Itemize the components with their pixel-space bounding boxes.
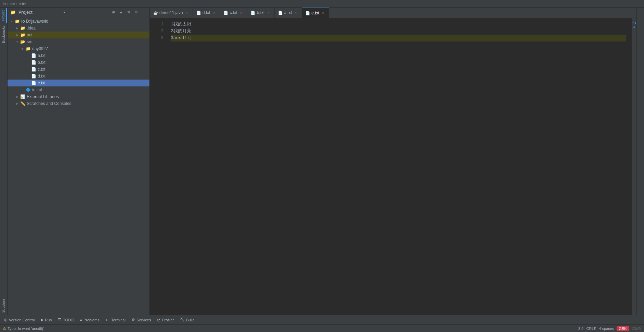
tree-item-atxt[interactable]: 📄 a.txt	[8, 52, 149, 59]
spaces-indicator[interactable]: 4 spaces	[599, 327, 614, 331]
tree-item-ctxt[interactable]: 📄 c.txt	[8, 66, 149, 73]
sidebar-item-bookmarks[interactable]: Bookmarks	[1, 24, 7, 45]
tab-close-etxt[interactable]: ×	[320, 11, 325, 15]
typo-icon: ⚠	[3, 326, 6, 331]
tree-label-day0927: day0927	[32, 46, 48, 51]
breadcrumb-file[interactable]: e.txt	[19, 2, 26, 6]
file-icon-dtxt: 📄	[31, 73, 36, 79]
right-sidebar	[636, 8, 644, 315]
tree-item-ext-libs[interactable]: ▶ 📊 External Libraries	[8, 93, 149, 100]
tab-btxt[interactable]: 📄 b.txt ×	[247, 8, 275, 18]
tree-item-out[interactable]: ▶ 📁 out	[8, 32, 149, 38]
services-label: Services	[136, 318, 151, 322]
folder-icon-src: 📂	[20, 39, 25, 45]
tree-arrow-scratches: ▶	[14, 101, 20, 106]
folder-icon-io: 📁	[14, 19, 20, 24]
sidebar-item-project[interactable]: Project	[0, 8, 7, 23]
tree-item-day0927[interactable]: ▶ 📁 day0927	[8, 45, 149, 52]
tab-close-atxt[interactable]: ×	[293, 10, 298, 15]
tree-item-ioiml[interactable]: 🔷 io.iml	[8, 86, 149, 93]
collapse-all-button[interactable]: ≡	[118, 9, 124, 15]
tree-arrow-atxt	[25, 53, 31, 58]
java-file-icon: ☕	[153, 11, 158, 15]
code-content-3: 3aosdfij	[171, 35, 192, 42]
close-panel-button[interactable]: —	[141, 9, 147, 15]
tab-close-dtxt[interactable]: ×	[211, 10, 216, 15]
status-bar: ⚠ Typo: In word 'aosdfij' 3:9 CRLF 4 spa…	[0, 324, 644, 332]
file-icon-btxt: 📄	[31, 60, 36, 65]
tree-arrow-ext-libs: ▶	[14, 94, 20, 99]
tree-arrow-idea: ▶	[14, 25, 20, 31]
tree-arrow-day0927: ▶	[20, 46, 25, 51]
profiler-label: Profiler	[162, 318, 174, 322]
build-icon: 🔨	[180, 318, 185, 322]
run-button[interactable]: ▶ Run	[38, 317, 54, 323]
tab-label-demo11java: demo11.java	[159, 10, 183, 15]
code-editor[interactable]: 1我的太阳 2我的月亮 3aosdfij	[165, 18, 632, 315]
version-control-label: Version Control	[9, 318, 35, 322]
tab-close-ctxt[interactable]: ×	[239, 10, 243, 15]
tree-label-src: src	[27, 39, 32, 44]
cursor-position[interactable]: 3:9	[578, 327, 583, 331]
tree-item-btxt[interactable]: 📄 b.txt	[8, 59, 149, 66]
txt-file-icon-e: 📄	[305, 11, 310, 15]
version-control-button[interactable]: ◎ Version Control	[1, 317, 37, 323]
todo-button[interactable]: ☰ TODO	[55, 317, 76, 323]
folder-icon-idea: 📁	[20, 25, 25, 31]
tree-item-src[interactable]: ▾ 📂 src	[8, 38, 149, 45]
project-dropdown-icon[interactable]: ▾	[63, 10, 65, 14]
code-line-1: 1我的太阳	[171, 21, 626, 28]
project-title: Project	[19, 10, 61, 15]
tab-demo11java[interactable]: ☕ demo11.java ×	[150, 8, 193, 18]
terminal-button[interactable]: >_ Terminal	[103, 317, 128, 323]
tree-item-io[interactable]: ▾ 📁 io D:\javaws\io	[8, 18, 149, 25]
tab-dtxt[interactable]: 📄 d.txt ×	[193, 8, 220, 18]
file-tree: ▾ 📁 io D:\javaws\io ▶ 📁 .idea ▶ 📁 out ▾ …	[8, 17, 149, 315]
tree-arrow-io: ▾	[9, 19, 14, 24]
settings-button[interactable]: ⚙	[133, 9, 139, 15]
breadcrumb-io[interactable]: io	[3, 2, 6, 6]
tab-close-btxt[interactable]: ×	[266, 10, 271, 15]
gutter-uparrow: ∧	[633, 25, 635, 28]
sidebar-item-structure[interactable]: Structure	[1, 297, 7, 315]
build-button[interactable]: 🔨 Build	[177, 317, 197, 323]
expand-all-button[interactable]: ⇅	[125, 9, 132, 15]
tab-close-demo11java[interactable]: ×	[184, 10, 189, 15]
line-num-3: 3	[151, 35, 163, 42]
editor-area: ☕ demo11.java × 📄 d.txt × 📄 c.txt × 📄 b.…	[150, 8, 636, 315]
tab-ctxt[interactable]: 📄 c.txt ×	[220, 8, 247, 18]
encoding-badge[interactable]: GBK	[617, 326, 629, 331]
tree-label-btxt: b.txt	[38, 60, 46, 65]
tree-item-etxt[interactable]: 📄 e.txt	[8, 80, 149, 86]
terminal-icon: >_	[106, 318, 110, 322]
tree-item-scratches[interactable]: ▶ ✏️ Scratches and Consoles	[8, 100, 149, 107]
problems-button[interactable]: ● Problems	[77, 317, 102, 323]
locate-in-tree-button[interactable]: ⊕	[110, 9, 117, 15]
tab-etxt[interactable]: 📄 e.txt ×	[302, 8, 329, 18]
tree-label-scratches: Scratches and Consoles	[27, 101, 71, 106]
tree-label-idea: .idea	[27, 26, 36, 31]
tree-label-etxt: e.txt	[38, 81, 46, 85]
profiler-button[interactable]: ◔ Profiler	[154, 317, 177, 323]
tree-arrow-etxt	[25, 80, 31, 86]
ext-lib-icon: 📊	[20, 94, 25, 99]
txt-file-icon-c: 📄	[223, 11, 228, 15]
tree-label-ioiml: io.iml	[32, 87, 42, 92]
tree-arrow-out: ▶	[14, 32, 20, 38]
gutter-checkmark: ✓1	[632, 21, 636, 24]
project-panel-header: 📁 Project ▾ ⊕ ≡ ⇅ ⚙ —	[8, 8, 149, 17]
run-icon: ▶	[41, 318, 44, 322]
tree-item-idea[interactable]: ▶ 📁 .idea	[8, 25, 149, 32]
todo-label: TODO	[63, 318, 74, 322]
tree-item-dtxt[interactable]: 📄 d.txt	[8, 73, 149, 80]
breadcrumb-src[interactable]: src	[10, 2, 15, 6]
project-folder-icon: 📁	[10, 10, 16, 15]
folder-icon-out: 📁	[20, 32, 25, 38]
tab-atxt[interactable]: 📄 a.txt ×	[275, 8, 302, 18]
line-num-1: 1	[151, 21, 163, 28]
tree-arrow-src: ▾	[14, 39, 20, 45]
tree-label-ext-libs: External Libraries	[27, 94, 59, 99]
version-control-icon: ◎	[4, 318, 8, 322]
tree-label-io: io D:\javaws\io	[21, 19, 48, 24]
services-button[interactable]: ⚙ Services	[129, 317, 154, 323]
